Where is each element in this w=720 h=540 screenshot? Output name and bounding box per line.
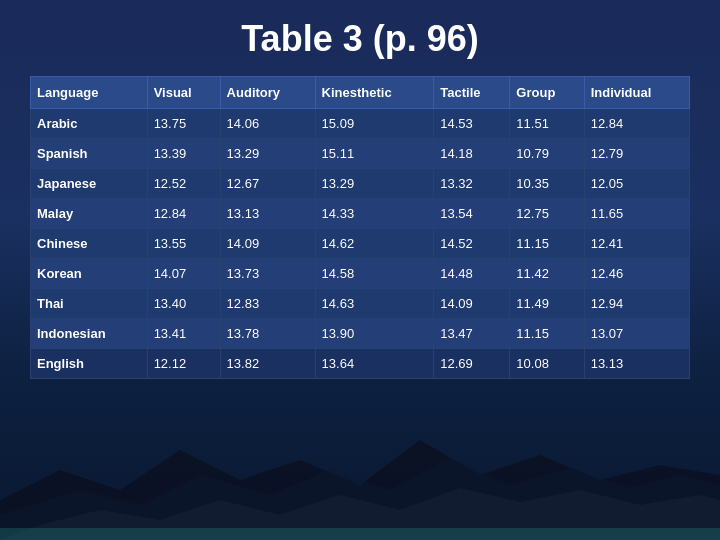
- value-cell: 13.78: [220, 319, 315, 349]
- value-cell: 14.33: [315, 199, 434, 229]
- value-cell: 11.65: [584, 199, 689, 229]
- language-cell: Thai: [31, 289, 148, 319]
- value-cell: 12.52: [147, 169, 220, 199]
- svg-rect-3: [0, 528, 720, 540]
- value-cell: 13.41: [147, 319, 220, 349]
- col-header-language: Language: [31, 77, 148, 109]
- value-cell: 13.73: [220, 259, 315, 289]
- value-cell: 14.58: [315, 259, 434, 289]
- table-row: Spanish13.3913.2915.1114.1810.7912.79: [31, 139, 690, 169]
- value-cell: 12.75: [510, 199, 584, 229]
- value-cell: 12.67: [220, 169, 315, 199]
- col-header-group: Group: [510, 77, 584, 109]
- col-header-visual: Visual: [147, 77, 220, 109]
- value-cell: 11.42: [510, 259, 584, 289]
- value-cell: 12.69: [434, 349, 510, 379]
- table-header: LanguageVisualAuditoryKinestheticTactile…: [31, 77, 690, 109]
- value-cell: 10.08: [510, 349, 584, 379]
- language-cell: Chinese: [31, 229, 148, 259]
- value-cell: 14.06: [220, 109, 315, 139]
- value-cell: 12.41: [584, 229, 689, 259]
- value-cell: 13.90: [315, 319, 434, 349]
- value-cell: 12.05: [584, 169, 689, 199]
- table-row: Arabic13.7514.0615.0914.5311.5112.84: [31, 109, 690, 139]
- table-row: English12.1213.8213.6412.6910.0813.13: [31, 349, 690, 379]
- value-cell: 15.09: [315, 109, 434, 139]
- value-cell: 13.13: [584, 349, 689, 379]
- value-cell: 13.82: [220, 349, 315, 379]
- value-cell: 14.63: [315, 289, 434, 319]
- table-row: Korean14.0713.7314.5814.4811.4212.46: [31, 259, 690, 289]
- value-cell: 14.07: [147, 259, 220, 289]
- language-cell: English: [31, 349, 148, 379]
- value-cell: 10.35: [510, 169, 584, 199]
- value-cell: 13.54: [434, 199, 510, 229]
- page-title: Table 3 (p. 96): [30, 18, 690, 60]
- value-cell: 14.09: [220, 229, 315, 259]
- language-cell: Arabic: [31, 109, 148, 139]
- value-cell: 14.18: [434, 139, 510, 169]
- value-cell: 12.79: [584, 139, 689, 169]
- value-cell: 11.51: [510, 109, 584, 139]
- table-body: Arabic13.7514.0615.0914.5311.5112.84Span…: [31, 109, 690, 379]
- value-cell: 11.49: [510, 289, 584, 319]
- table-row: Chinese13.5514.0914.6214.5211.1512.41: [31, 229, 690, 259]
- main-content: Table 3 (p. 96) LanguageVisualAuditoryKi…: [0, 0, 720, 389]
- col-header-auditory: Auditory: [220, 77, 315, 109]
- value-cell: 14.53: [434, 109, 510, 139]
- value-cell: 12.84: [147, 199, 220, 229]
- value-cell: 14.48: [434, 259, 510, 289]
- value-cell: 13.47: [434, 319, 510, 349]
- value-cell: 11.15: [510, 319, 584, 349]
- value-cell: 10.79: [510, 139, 584, 169]
- col-header-kinesthetic: Kinesthetic: [315, 77, 434, 109]
- table-row: Japanese12.5212.6713.2913.3210.3512.05: [31, 169, 690, 199]
- mountain-silhouette: [0, 420, 720, 540]
- language-cell: Indonesian: [31, 319, 148, 349]
- col-header-tactile: Tactile: [434, 77, 510, 109]
- value-cell: 14.52: [434, 229, 510, 259]
- table-row: Indonesian13.4113.7813.9013.4711.1513.07: [31, 319, 690, 349]
- language-cell: Spanish: [31, 139, 148, 169]
- table-row: Thai13.4012.8314.6314.0911.4912.94: [31, 289, 690, 319]
- language-cell: Korean: [31, 259, 148, 289]
- value-cell: 14.09: [434, 289, 510, 319]
- table-row: Malay12.8413.1314.3313.5412.7511.65: [31, 199, 690, 229]
- value-cell: 12.94: [584, 289, 689, 319]
- value-cell: 14.62: [315, 229, 434, 259]
- language-cell: Japanese: [31, 169, 148, 199]
- value-cell: 13.40: [147, 289, 220, 319]
- value-cell: 12.83: [220, 289, 315, 319]
- value-cell: 12.12: [147, 349, 220, 379]
- value-cell: 12.46: [584, 259, 689, 289]
- value-cell: 13.75: [147, 109, 220, 139]
- value-cell: 13.13: [220, 199, 315, 229]
- language-cell: Malay: [31, 199, 148, 229]
- col-header-individual: Individual: [584, 77, 689, 109]
- value-cell: 13.55: [147, 229, 220, 259]
- value-cell: 13.39: [147, 139, 220, 169]
- value-cell: 11.15: [510, 229, 584, 259]
- value-cell: 15.11: [315, 139, 434, 169]
- value-cell: 13.29: [315, 169, 434, 199]
- header-row: LanguageVisualAuditoryKinestheticTactile…: [31, 77, 690, 109]
- value-cell: 12.84: [584, 109, 689, 139]
- data-table: LanguageVisualAuditoryKinestheticTactile…: [30, 76, 690, 379]
- value-cell: 13.32: [434, 169, 510, 199]
- value-cell: 13.64: [315, 349, 434, 379]
- value-cell: 13.29: [220, 139, 315, 169]
- value-cell: 13.07: [584, 319, 689, 349]
